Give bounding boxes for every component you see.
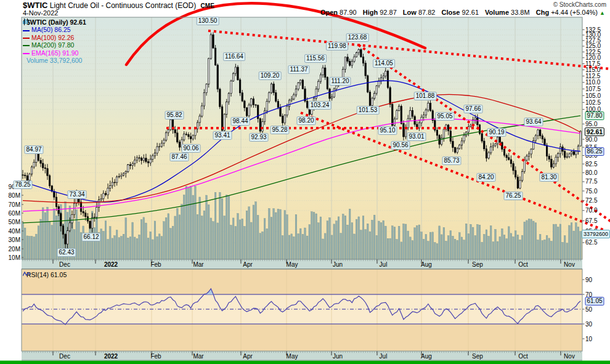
- svg-text:Sep: Sep: [472, 261, 483, 268]
- ma50-line-icon: [23, 30, 30, 31]
- svg-text:10: 10: [585, 336, 593, 342]
- price-flag: 66.12: [81, 233, 100, 241]
- volume-label: Volume: [485, 9, 509, 16]
- svg-text:62.5: 62.5: [585, 239, 598, 246]
- price-flag: 95.28: [270, 126, 289, 134]
- rsi-legend: RSI(14) 61.05: [23, 271, 67, 278]
- svg-text:102.5: 102.5: [585, 99, 601, 106]
- svg-text:30M: 30M: [9, 237, 20, 243]
- svg-text:Mar: Mar: [193, 353, 204, 360]
- open-label: Open: [320, 9, 338, 16]
- ma100-line-icon: [23, 38, 30, 39]
- change-label: Chg: [536, 9, 549, 16]
- svg-text:Jun: Jun: [333, 353, 343, 360]
- svg-text:107.5: 107.5: [585, 86, 601, 92]
- axis-value-flag: 97.80: [585, 111, 604, 120]
- price-flag: 101.53: [357, 106, 380, 115]
- legend-volume: Volume 33,792,600: [26, 57, 83, 64]
- svg-text:Oct: Oct: [518, 261, 528, 268]
- legend-ema165: EMA(165) 91.90: [31, 49, 78, 57]
- svg-text:75.0: 75.0: [585, 188, 598, 195]
- svg-text:Nov: Nov: [564, 261, 575, 268]
- svg-text:Jun: Jun: [333, 261, 343, 268]
- legend-ma50: MA(50) 86.25: [31, 26, 71, 33]
- price-flag: 84.97: [24, 145, 43, 154]
- svg-text:20M: 20M: [9, 246, 20, 253]
- high-value: 92.87: [380, 9, 397, 16]
- ticker-symbol: $WTIC: [23, 1, 47, 10]
- price-flag: 85.73: [442, 156, 461, 165]
- price-flag: 116.64: [223, 52, 245, 61]
- svg-text:67.5: 67.5: [585, 217, 598, 224]
- price-flag: 90.56: [391, 141, 410, 150]
- volume-value: 33.8M: [511, 9, 530, 16]
- price-flag: 123.68: [346, 33, 369, 42]
- svg-text:10M: 10M: [9, 254, 20, 261]
- price-flag: 98.44: [230, 117, 250, 126]
- axis-value-flag: 86.25: [585, 147, 604, 156]
- rsi-pane: [22, 324, 582, 351]
- svg-text:50: 50: [585, 306, 593, 313]
- legend-ma100: MA(100) 92.26: [31, 34, 74, 41]
- svg-text:Sep: Sep: [472, 353, 483, 360]
- svg-text:May: May: [287, 353, 298, 360]
- svg-text:Mar: Mar: [193, 261, 204, 268]
- svg-text:70M: 70M: [9, 201, 20, 208]
- svg-text:Jul: Jul: [380, 353, 388, 360]
- close-label: Close: [441, 9, 460, 16]
- copyright: © StockCharts.com: [553, 1, 606, 8]
- svg-text:70.0: 70.0: [585, 207, 598, 214]
- exchange-label: CME: [201, 2, 214, 9]
- svg-text:Feb: Feb: [150, 353, 161, 360]
- svg-text:2022: 2022: [104, 261, 118, 268]
- price-flag: 115.56: [304, 54, 327, 63]
- chart-date: 4-Nov-2022: [23, 9, 58, 17]
- price-flag: 101.88: [414, 92, 437, 100]
- ohlc-summary: Open 87.90 High 92.87 Low 87.82 Close 92…: [316, 9, 605, 16]
- svg-text:2022: 2022: [104, 353, 118, 360]
- svg-text:Aug: Aug: [421, 261, 432, 268]
- svg-text:Dec: Dec: [59, 261, 70, 268]
- up-arrow-icon: ▲: [600, 10, 605, 16]
- price-flag: 109.20: [259, 71, 282, 80]
- svg-text:May: May: [287, 261, 298, 268]
- price-flag: 103.24: [309, 101, 331, 110]
- legend-ma200: MA(200) 97.80: [31, 41, 74, 49]
- chart-title: $WTIC Light Crude Oil - Continuous Contr…: [23, 1, 214, 10]
- price-flag: 90.19: [487, 128, 506, 137]
- price-flag: 119.98: [326, 42, 348, 51]
- svg-text:Aug: Aug: [421, 353, 432, 360]
- axis-value-flag: 92.61: [585, 127, 604, 136]
- rsi-legend-text: RSI(14) 61.05: [26, 271, 67, 278]
- ema165-line-icon: [23, 53, 30, 54]
- price-flag: 98.20: [296, 116, 315, 125]
- ma200-line-icon: [23, 45, 30, 46]
- svg-text:40M: 40M: [9, 228, 20, 235]
- svg-text:Apr: Apr: [243, 353, 253, 360]
- price-flag: 114.05: [373, 59, 395, 68]
- svg-text:Dec: Dec: [59, 353, 70, 360]
- price-flag: 62.43: [57, 248, 76, 257]
- svg-text:60M: 60M: [9, 210, 20, 217]
- price-flag: 87.46: [169, 153, 189, 161]
- svg-text:50M: 50M: [9, 219, 20, 225]
- price-flag: 95.10: [378, 126, 397, 135]
- svg-text:90.0: 90.0: [585, 136, 598, 143]
- svg-text:90: 90: [585, 277, 593, 283]
- svg-text:Apr: Apr: [243, 261, 253, 268]
- price-flag: 97.66: [463, 105, 482, 113]
- price-flag: 78.25: [13, 180, 32, 189]
- axis-value-flag: 61.05: [585, 297, 604, 305]
- svg-text:77.5: 77.5: [585, 178, 598, 185]
- price-flag: 111.20: [329, 77, 351, 86]
- instrument-name: Light Crude Oil - Continuous Contract (E…: [50, 1, 196, 10]
- chart-legend: $WTIC (Daily) 92.61 MA(50) 86.25 MA(100)…: [23, 18, 86, 64]
- svg-text:82.5: 82.5: [585, 161, 598, 168]
- close-value: 92.61: [462, 9, 479, 16]
- price-flag: 93.64: [524, 118, 543, 126]
- axis-value-flag: 33792600: [582, 230, 610, 238]
- price-flag: 111.37: [288, 65, 309, 74]
- price-flag: 73.34: [67, 190, 86, 199]
- green-footer-bar: [0, 361, 610, 364]
- price-flag: 93.01: [407, 132, 426, 141]
